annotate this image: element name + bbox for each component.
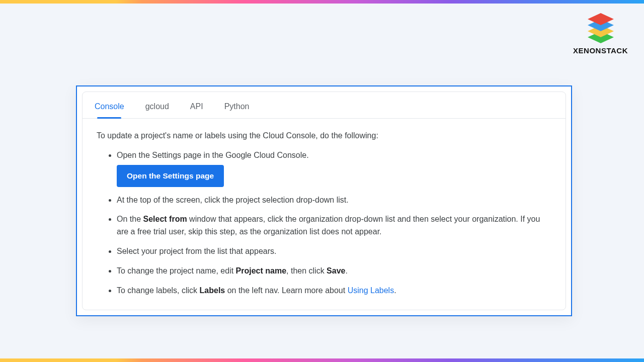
doc-card: Console gcloud API Python To update a pr…	[76, 85, 572, 316]
bold-project-name: Project name	[236, 266, 286, 275]
tab-python[interactable]: Python	[223, 99, 251, 118]
steps-list: Open the Settings page in the Google Clo…	[97, 149, 551, 297]
tab-gcloud[interactable]: gcloud	[144, 99, 170, 118]
step-3: On the Select from window that appears, …	[117, 213, 551, 238]
tab-api[interactable]: API	[189, 99, 204, 118]
bold-save: Save	[327, 266, 345, 275]
bold-labels: Labels	[200, 286, 225, 295]
step-2: At the top of the screen, click the proj…	[117, 194, 551, 207]
tab-bar: Console gcloud API Python	[83, 92, 566, 119]
step-text: Select your project from the list that a…	[117, 247, 276, 255]
step-6: To change labels, click Labels on the le…	[117, 285, 551, 297]
doc-card-inner: Console gcloud API Python To update a pr…	[82, 92, 566, 310]
step-text: On the	[117, 215, 143, 223]
using-labels-link[interactable]: Using Labels	[348, 286, 394, 295]
step-1: Open the Settings page in the Google Clo…	[117, 149, 551, 187]
step-text: .	[394, 286, 396, 295]
step-text: , then click	[286, 266, 327, 275]
step-5: To change the project name, edit Project…	[117, 265, 551, 278]
step-text: .	[345, 266, 347, 275]
stacked-layers-icon	[585, 11, 617, 44]
tab-console[interactable]: Console	[94, 99, 125, 118]
top-gradient-bar	[0, 0, 644, 4]
step-4: Select your project from the list that a…	[117, 245, 551, 258]
tab-content: To update a project's name or labels usi…	[83, 119, 566, 310]
brand-logo: XENONSTACK	[573, 11, 628, 55]
bold-select-from: Select from	[143, 215, 187, 223]
step-text: To change labels, click	[117, 286, 200, 295]
step-text: At the top of the screen, click the proj…	[117, 196, 349, 204]
intro-text: To update a project's name or labels usi…	[97, 130, 551, 142]
tab-label: API	[190, 102, 203, 111]
tab-label: gcloud	[145, 102, 169, 111]
step-text: Open the Settings page in the Google Clo…	[117, 151, 309, 159]
tab-label: Python	[224, 102, 250, 111]
open-settings-button[interactable]: Open the Settings page	[117, 165, 224, 187]
step-text: To change the project name, edit	[117, 266, 236, 275]
step-text: on the left nav. Learn more about	[225, 286, 347, 295]
brand-name: XENONSTACK	[573, 46, 628, 55]
tab-label: Console	[95, 102, 124, 111]
bottom-gradient-bar	[0, 358, 644, 362]
